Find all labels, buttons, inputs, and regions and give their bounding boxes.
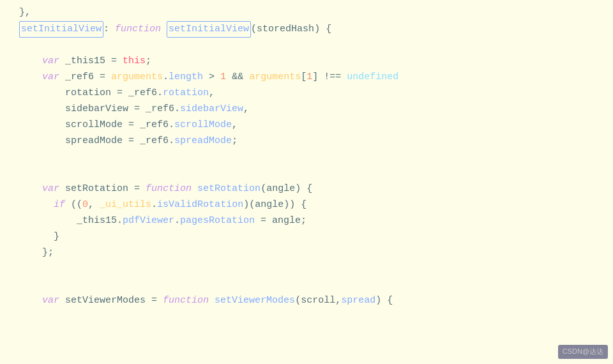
token-plain: _this15 = — [59, 54, 123, 69]
token-plain — [161, 22, 167, 37]
code-line: setInitialView: function setInitialView(… — [0, 21, 613, 38]
line-content: spreadMode = _ref6.spreadMode; — [19, 133, 613, 149]
indent-space — [19, 293, 42, 308]
token-setInit-box: setInitialView — [19, 21, 103, 38]
code-line: rotation = _ref6.rotation, — [0, 86, 613, 102]
token-obj-ref: arguments — [111, 70, 163, 85]
code-line: var _this15 = this; — [0, 54, 613, 70]
indent-space — [19, 229, 54, 245]
token-plain: [ — [301, 70, 306, 85]
token-plain: } — [54, 229, 59, 245]
token-fn-name: spread — [341, 293, 375, 308]
token-plain — [398, 70, 404, 85]
token-prop: scrollMode — [174, 118, 232, 133]
line-content: }, — [19, 5, 613, 20]
code-line: }, — [0, 5, 613, 21]
line-content: if ((0, _ui_utils.isValidRotation)(angle… — [19, 197, 613, 213]
token-kw: var — [42, 293, 59, 308]
token-number: 1 — [306, 70, 312, 85]
token-setInit-box: setInitialView — [167, 21, 251, 38]
token-plain: spreadMode = _ref6. — [65, 133, 174, 149]
line-content: sidebarView = _ref6.sidebarView, — [19, 102, 613, 117]
code-line: _this15.pdfViewer.pagesRotation = angle; — [0, 213, 613, 229]
line-content: var _ref6 = arguments.length > 1 && argu… — [19, 70, 613, 85]
indent-space — [19, 70, 42, 85]
token-plain: _ref6 = — [59, 70, 111, 85]
code-line: sidebarView = _ref6.sidebarView, — [0, 102, 613, 118]
code-line: var _ref6 = arguments.length > 1 && argu… — [0, 70, 613, 86]
indent-space — [19, 54, 42, 69]
token-kw: var — [42, 70, 59, 85]
token-cyan: undefined — [347, 70, 398, 85]
line-content: var setRotation = function setRotation(a… — [19, 181, 613, 197]
indent-space — [19, 213, 77, 229]
token-prop: pdfViewer — [123, 213, 174, 229]
indent-space — [19, 245, 42, 261]
token-number: 0 — [82, 197, 88, 213]
token-plain: , — [243, 102, 249, 117]
token-kw-plain: if — [54, 197, 65, 213]
indent-space — [19, 86, 65, 101]
code-line — [0, 38, 613, 54]
token-kw: var — [42, 54, 59, 69]
code-line — [0, 149, 613, 165]
token-plain: ) { — [375, 293, 393, 308]
code-line: spreadMode = _ref6.spreadMode; — [0, 133, 613, 149]
token-fn-name: setViewerModes — [215, 293, 295, 308]
code-line: var setViewerModes = function setViewerM… — [0, 293, 613, 309]
code-line — [0, 165, 613, 181]
token-prop: spreadMode — [174, 133, 232, 149]
token-plain: scrollMode = _ref6. — [65, 118, 174, 133]
token-plain — [209, 293, 215, 308]
token-plain: setViewerModes = — [59, 293, 163, 308]
line-content: } — [19, 229, 613, 245]
indent-space — [19, 118, 65, 133]
indent-space — [19, 181, 42, 197]
token-fn-italic: function — [115, 22, 161, 37]
token-plain: setRotation = — [59, 181, 146, 197]
token-plain: )(angle)) { — [243, 197, 306, 213]
token-plain — [192, 181, 197, 197]
code-editor: },setInitialView: function setInitialVie… — [0, 0, 613, 364]
token-plain: , — [209, 86, 215, 101]
token-plain: ; — [146, 54, 151, 69]
token-plain: > — [203, 70, 220, 85]
token-plain: . — [174, 213, 180, 229]
indent-space — [19, 102, 65, 117]
token-plain: ; — [232, 133, 238, 149]
indent-space — [19, 133, 65, 149]
code-line: if ((0, _ui_utils.isValidRotation)(angle… — [0, 197, 613, 213]
line-content: rotation = _ref6.rotation, — [19, 86, 613, 101]
token-plain: (( — [65, 197, 82, 213]
token-plain: . — [163, 70, 169, 85]
token-plain: && — [226, 70, 249, 85]
token-plain: (scroll, — [295, 293, 341, 308]
token-plain: _this15. — [77, 213, 123, 229]
token-plain: , — [232, 118, 238, 133]
token-kw: var — [42, 181, 59, 197]
token-prop: length — [169, 70, 203, 85]
watermark-badge: CSDN@达达 — [558, 345, 608, 359]
code-line — [0, 261, 613, 277]
token-prop: isValidRotation — [157, 197, 243, 213]
code-line: }; — [0, 245, 613, 261]
token-plain: rotation = _ref6. — [65, 86, 163, 101]
code-line — [0, 277, 613, 293]
line-content: var setViewerModes = function setViewerM… — [19, 293, 613, 308]
token-obj-ref: arguments — [249, 70, 301, 85]
code-line: var setRotation = function setRotation(a… — [0, 181, 613, 197]
line-content: scrollMode = _ref6.scrollMode, — [19, 118, 613, 133]
token-plain: . — [151, 197, 157, 213]
token-plain: (storedHash) { — [251, 22, 331, 37]
token-fn-italic: function — [163, 293, 209, 308]
token-fn-italic: function — [146, 181, 192, 197]
indent-space — [19, 197, 54, 213]
token-plain: , — [88, 197, 100, 213]
token-obj-ref: _ui_utils — [100, 197, 151, 213]
line-content: setInitialView: function setInitialView(… — [19, 21, 613, 38]
token-plain: = angle; — [255, 213, 306, 229]
token-plain: (angle) { — [261, 181, 312, 197]
token-this-kw: this — [123, 54, 146, 69]
token-plain: ] !== — [312, 70, 347, 85]
line-content: var _this15 = this; — [19, 54, 613, 69]
